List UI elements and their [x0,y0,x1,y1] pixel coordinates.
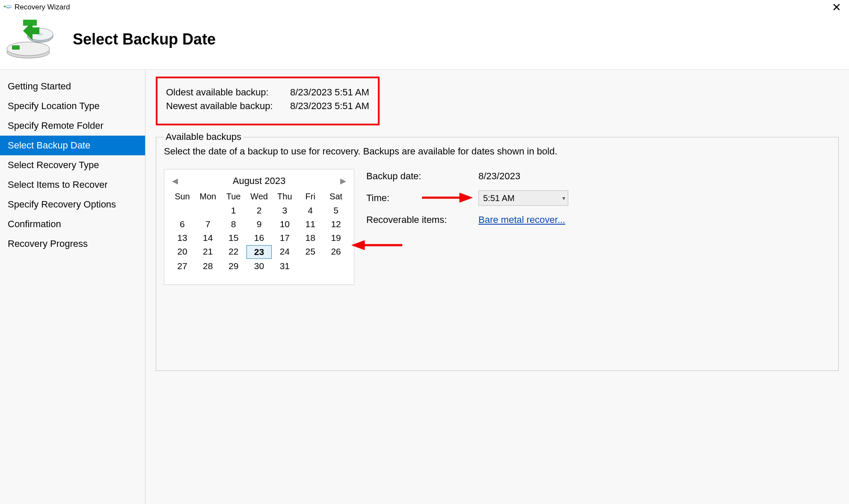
calendar-day[interactable]: 19 [323,231,349,244]
annotation-arrow-icon [351,239,402,252]
calendar-day[interactable]: 2 [246,204,272,217]
app-icon [3,3,12,11]
oldest-backup-value: 8/23/2023 5:51 AM [290,87,369,98]
oldest-backup-label: Oldest available backup: [166,87,290,98]
recoverable-items-link[interactable]: Bare metal recover... [478,214,565,225]
calendar-day[interactable]: 3 [272,204,297,217]
calendar-day[interactable]: 24 [272,245,297,259]
nav-step[interactable]: Recovery Progress [0,234,145,254]
calendar-day[interactable]: 25 [297,245,323,259]
nav-step[interactable]: Specify Location Type [0,96,145,116]
time-dropdown-value: 5:51 AM [483,193,514,203]
calendar-day[interactable]: 16 [246,231,272,244]
nav-step[interactable]: Confirmation [0,214,145,234]
recoverable-items-label: Recoverable items: [366,214,478,225]
wizard-steps-nav: Getting StartedSpecify Location TypeSpec… [0,70,145,504]
calendar-prev-button[interactable]: ◀ [172,176,178,186]
calendar-day[interactable]: 1 [221,204,246,217]
backup-date-label: Backup date: [366,171,478,182]
time-dropdown[interactable]: 5:51 AM ▾ [478,190,568,206]
svg-marker-10 [460,193,472,202]
newest-backup-value: 8/23/2023 5:51 AM [290,101,369,112]
nav-step[interactable]: Select Recovery Type [0,155,145,175]
calendar-day[interactable]: 26 [323,245,349,259]
calendar-dow: Mon [195,191,221,203]
available-backups-group: Available backups Select the date of a b… [156,131,839,371]
calendar-day[interactable]: 18 [297,231,323,244]
calendar-day[interactable]: 7 [195,218,221,231]
calendar-day[interactable]: 5 [323,204,349,217]
nav-step[interactable]: Select Items to Recover [0,175,145,195]
calendar-day[interactable]: 29 [221,260,246,273]
backup-date-value: 8/23/2023 [478,171,520,182]
calendar-next-button[interactable]: ▶ [340,176,346,186]
recovery-icon [6,18,57,61]
calendar-day[interactable]: 23 [246,245,272,259]
calendar-day[interactable]: 17 [272,231,297,244]
instructions-text: Select the date of a backup to use for r… [164,146,831,157]
calendar-day[interactable]: 27 [169,260,195,273]
calendar-day[interactable]: 21 [195,245,221,259]
calendar-day[interactable]: 6 [169,218,195,231]
calendar-day[interactable]: 28 [195,260,221,273]
calendar-day[interactable]: 11 [297,218,323,231]
calendar-day[interactable]: 9 [246,218,272,231]
calendar-day[interactable]: 13 [169,231,195,244]
calendar-day[interactable]: 12 [323,218,349,231]
calendar-dow: Fri [297,191,323,203]
nav-step[interactable]: Specify Recovery Options [0,195,145,214]
nav-step[interactable]: Select Backup Date [0,136,145,155]
chevron-down-icon: ▾ [562,195,565,202]
window-title: Recovery Wizard [15,3,70,12]
nav-step[interactable]: Getting Started [0,77,145,96]
calendar-day[interactable]: 31 [272,260,297,273]
main-panel: Oldest available backup: 8/23/2023 5:51 … [145,70,849,504]
close-button[interactable]: ✕ [828,1,846,14]
svg-rect-2 [4,6,6,7]
calendar-dow: Tue [221,191,246,203]
calendar-dow: Sun [169,191,195,203]
svg-rect-5 [12,45,20,50]
calendar-dow: Wed [246,191,272,203]
calendar-dow: Thu [272,191,297,203]
calendar-day[interactable]: 22 [221,245,246,259]
available-backups-legend: Available backups [164,131,243,142]
calendar-control[interactable]: ◀ August 2023 ▶ SunMonTueWedThuFriSat123… [164,169,354,285]
calendar-day[interactable]: 15 [221,231,246,244]
calendar-dow: Sat [323,191,349,203]
newest-backup-label: Newest available backup: [166,101,290,112]
calendar-day[interactable]: 14 [195,231,221,244]
wizard-header: Select Backup Date [0,14,849,70]
svg-marker-12 [352,240,365,250]
calendar-day[interactable]: 20 [169,245,195,259]
page-title: Select Backup Date [73,30,216,48]
summary-highlight-box: Oldest available backup: 8/23/2023 5:51 … [156,77,380,125]
svg-point-1 [6,5,12,8]
title-bar: Recovery Wizard ✕ [0,0,849,14]
calendar-day[interactable]: 10 [272,218,297,231]
calendar-day[interactable]: 8 [221,218,246,231]
calendar-day[interactable]: 30 [246,260,272,273]
nav-step[interactable]: Specify Remote Folder [0,116,145,136]
annotation-arrow-icon [422,191,473,204]
calendar-day[interactable]: 4 [297,204,323,217]
calendar-month-label: August 2023 [233,175,286,187]
